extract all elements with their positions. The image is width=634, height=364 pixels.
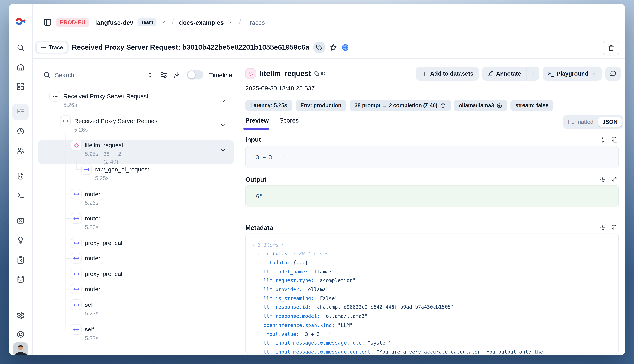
span-duration: 5.25s — [85, 150, 98, 166]
span-label: self — [85, 325, 98, 334]
span-label: Received Proxy Server Request — [63, 92, 148, 100]
model-badge[interactable]: ollama/llama3 — [454, 100, 507, 111]
json-line: llm.model_name:"llama3" — [252, 268, 612, 276]
comment-button[interactable] — [605, 67, 621, 81]
bookmark-star-button[interactable] — [329, 44, 337, 52]
span-move-icon — [71, 300, 82, 310]
tree-guide — [55, 108, 55, 121]
span-label: litellm_request — [85, 141, 123, 149]
chevron-down-icon[interactable] — [279, 242, 284, 247]
user-avatar[interactable] — [13, 342, 28, 355]
tab-scores[interactable]: Scores — [279, 117, 299, 124]
view-mode-toggle: Formatted JSON — [563, 115, 623, 129]
input-section-label: Input — [245, 136, 261, 144]
project-dropdown-chevron-icon[interactable] — [228, 19, 234, 25]
project-name[interactable]: docs-examples — [179, 19, 224, 26]
span-move-icon — [71, 268, 82, 279]
search-field[interactable] — [55, 71, 96, 78]
breadcrumb-section[interactable]: Traces — [246, 19, 265, 26]
view-formatted-option[interactable]: Formatted — [564, 117, 597, 127]
metadata-json-viewer[interactable]: {3 Items attributes:{20 Items metadata:{… — [245, 234, 619, 354]
observation-timestamp: 2025-09-30 18:48:25.537 — [245, 85, 315, 92]
collapse-chevron-icon[interactable] — [220, 98, 226, 104]
input-value-box[interactable]: "3 + 3 = " — [245, 146, 619, 168]
span-move-icon — [60, 116, 71, 126]
langfuse-logo-icon[interactable] — [16, 16, 26, 27]
tracing-nav-icon[interactable] — [17, 108, 25, 116]
datasets-nav-icon[interactable] — [17, 275, 25, 283]
span-token-usage: 38 → 2 (Σ 40) — [103, 150, 123, 166]
delete-trace-button[interactable] — [603, 40, 619, 55]
support-nav-icon[interactable] — [17, 330, 25, 338]
sidebar-toggle-icon[interactable] — [43, 18, 52, 26]
tree-guide — [65, 132, 66, 329]
add-to-datasets-button[interactable]: Add to datasets — [416, 67, 479, 81]
tree-guide — [65, 218, 71, 219]
search-input[interactable] — [43, 71, 140, 78]
annotate-button[interactable]: Annotate — [482, 67, 526, 81]
trace-type-badge[interactable]: Trace — [36, 42, 68, 53]
span-move-icon — [71, 189, 82, 200]
collapse-section-icon[interactable] — [599, 176, 606, 183]
copy-icon[interactable] — [611, 224, 618, 231]
public-link-button[interactable] — [341, 44, 349, 52]
observation-badges: Latency: 5.25s Env: production 38 prompt… — [245, 100, 553, 111]
collapse-section-icon[interactable] — [599, 136, 606, 143]
tree-settings-icon[interactable] — [160, 71, 168, 79]
users-nav-icon[interactable] — [17, 146, 25, 154]
search-nav-icon[interactable] — [17, 44, 25, 52]
tree-guide — [65, 289, 71, 290]
trash-icon — [607, 44, 614, 52]
json-line[interactable]: metadata:{...} — [252, 258, 612, 268]
timeline-toggle[interactable] — [187, 70, 203, 80]
json-line: llm.request.type:"acompletion" — [252, 276, 612, 285]
dashboards-nav-icon[interactable] — [17, 82, 25, 90]
tree-toolbar: Timeline — [43, 68, 232, 82]
judge-nav-icon[interactable] — [17, 236, 25, 244]
token-usage-badge[interactable]: 38 prompt → 2 completion (Σ 40) — [350, 100, 451, 111]
tree-guide — [65, 258, 71, 258]
view-json-option[interactable]: JSON — [598, 117, 622, 127]
list-tree-icon — [49, 91, 60, 102]
playground-nav-icon[interactable] — [17, 191, 25, 200]
tab-preview[interactable]: Preview — [245, 117, 269, 124]
copy-id-button[interactable]: ID — [314, 71, 325, 76]
span-label: proxy_pre_call — [85, 239, 124, 247]
download-icon[interactable] — [173, 71, 181, 79]
playground-button[interactable]: >_ Playground — [542, 67, 602, 81]
json-line[interactable]: {3 Items — [252, 241, 612, 250]
organization-name[interactable]: langfuse-dev — [95, 19, 133, 26]
settings-nav-icon[interactable] — [17, 311, 25, 320]
json-line: llm.response.id:"chatcmpl-d96622c0-c642-… — [252, 303, 612, 312]
copy-icon[interactable] — [611, 136, 618, 143]
prompts-nav-icon[interactable] — [17, 172, 25, 180]
trace-tree-panel: Timeline — [33, 59, 239, 355]
output-value-box[interactable]: "6" — [245, 185, 619, 207]
selected-row-highlight — [38, 140, 234, 164]
search-icon — [43, 71, 51, 78]
collapse-section-icon[interactable] — [599, 224, 606, 231]
annotate-dropdown-button[interactable] — [526, 67, 539, 81]
copy-icon[interactable] — [611, 176, 618, 183]
sessions-nav-icon[interactable] — [17, 127, 25, 135]
action-buttons: Add to datasets Annotate — [416, 67, 621, 81]
org-dropdown-chevron-icon[interactable] — [161, 19, 167, 25]
collapse-chevron-icon[interactable] — [220, 147, 226, 153]
annotation-nav-icon[interactable] — [17, 256, 25, 264]
chevron-down-icon[interactable] — [323, 251, 328, 256]
collapse-chevron-icon[interactable] — [220, 122, 226, 129]
pen-square-icon — [487, 70, 493, 77]
chevron-down-icon — [591, 71, 596, 76]
output-section-actions — [599, 176, 618, 183]
json-line[interactable]: attributes:{20 Items — [252, 250, 612, 259]
timeline-toggle-label: Timeline — [209, 71, 232, 78]
collapse-all-icon[interactable] — [146, 71, 154, 79]
home-nav-icon[interactable] — [17, 63, 25, 71]
span-duration: 5.23s — [85, 334, 98, 342]
environment-badge: PROD-EU — [56, 18, 90, 27]
observation-header: litellm_request ID Add to datasets — [245, 66, 621, 81]
evaluation-nav-icon[interactable] — [17, 217, 25, 225]
span-move-icon — [71, 284, 82, 294]
span-label: router — [85, 190, 101, 198]
tag-button[interactable] — [313, 42, 325, 54]
